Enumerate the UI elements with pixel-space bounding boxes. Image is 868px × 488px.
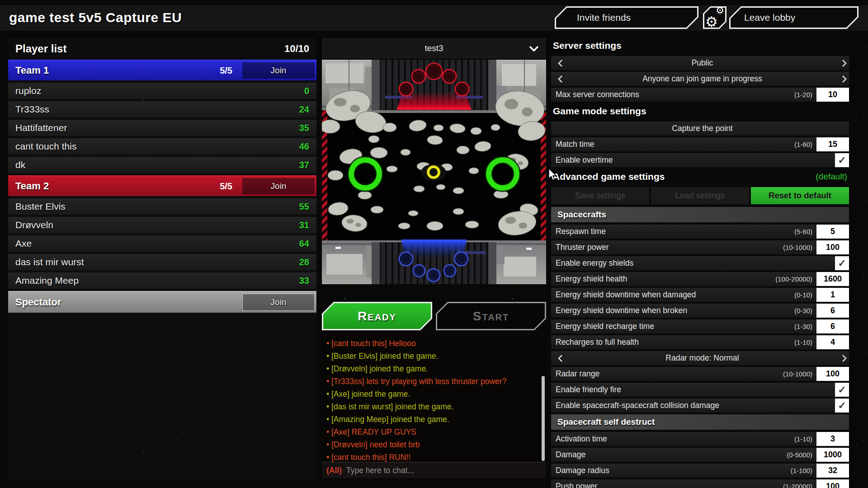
setting-label: Match time <box>556 140 794 149</box>
checkbox[interactable]: ✓ <box>835 256 849 270</box>
setting-range: (100-20000) <box>775 275 812 283</box>
setting-range: (1-20000) <box>783 483 812 488</box>
setting-range: (1-10) <box>794 435 812 443</box>
number-input[interactable]: 15 <box>816 137 849 151</box>
setting-label: Push power <box>556 482 783 488</box>
chevron-down-icon <box>529 46 539 54</box>
player-name: dk <box>15 160 299 170</box>
setting-label: Thruster power <box>556 243 783 252</box>
number-setting-row: Respawn time(5-60)5 <box>551 225 849 239</box>
save-settings-button[interactable]: Save settings <box>551 187 649 204</box>
number-setting-row: Recharges to full health(1-10)4 <box>551 335 849 349</box>
chat-input-bar: (All) <box>322 462 546 478</box>
lobby-title: game test 5v5 Capture EU <box>9 10 182 25</box>
number-input[interactable]: 10 <box>816 88 849 102</box>
chevron-left-icon[interactable] <box>556 75 565 83</box>
chat-message: • [Drøvveln] need toilet brb <box>326 438 540 451</box>
number-input[interactable]: 6 <box>816 304 849 318</box>
team1-join-button[interactable]: Join <box>242 62 315 79</box>
setting-label: Energy shield downtime when damaged <box>556 290 794 300</box>
player-list-title: Player list <box>15 42 66 55</box>
invite-friends-label: Invite friends <box>577 12 631 23</box>
player-score: 35 <box>299 123 309 133</box>
setting-range: (1-10) <box>794 338 812 346</box>
load-settings-button[interactable]: Load settings <box>651 187 749 204</box>
chevron-right-icon[interactable] <box>840 354 849 362</box>
player-row: Amazing Meep33 <box>8 272 316 289</box>
setting-range: (1-20) <box>794 91 812 99</box>
selector-row: Radar mode: Normal <box>551 351 849 365</box>
number-setting-row: Radar range(10-1000)100 <box>551 367 849 381</box>
start-button[interactable]: Start <box>436 302 546 330</box>
settings-gear-button[interactable]: ⚙⚙ <box>703 6 726 29</box>
default-badge: (default) <box>816 172 847 182</box>
team1-row: Team 1 5/5 Join <box>8 60 316 80</box>
player-name: das ist mir wurst <box>15 257 299 267</box>
number-input[interactable]: 4 <box>816 335 849 349</box>
number-input[interactable]: 32 <box>816 464 849 478</box>
number-setting-row: Energy shield recharge time(1-30)6 <box>551 319 849 333</box>
reset-to-default-button[interactable]: Reset to default <box>751 187 849 204</box>
chat-message: • [Buster Elvis] joined the game. <box>326 350 540 362</box>
player-score: 31 <box>299 220 309 230</box>
settings-section-header: Game mode settings <box>551 103 849 119</box>
map-select-value: test3 <box>425 43 443 53</box>
selector-row: Public <box>551 56 849 70</box>
number-input[interactable]: 100 <box>816 367 849 381</box>
player-row: cant touch this46 <box>8 138 316 155</box>
checkbox[interactable]: ✓ <box>835 383 849 397</box>
static-row: Capture the point <box>551 122 849 136</box>
settings-subsection-header: Spacecraft self destruct <box>551 414 849 430</box>
setting-range: (1-30) <box>794 323 812 330</box>
map-select-dropdown[interactable]: test3 <box>322 38 546 59</box>
invite-friends-button[interactable]: Invite friends <box>555 6 698 29</box>
number-input[interactable]: 1 <box>816 288 849 302</box>
selector-value: Anyone can join game in progress <box>565 74 840 84</box>
section-title: Server settings <box>553 40 622 51</box>
spectator-join-button[interactable]: Join <box>242 294 315 311</box>
chat-message: • [Tr333ss] lets try playing with less t… <box>326 375 540 388</box>
team2-join-button[interactable]: Join <box>242 178 315 194</box>
number-input[interactable]: 5 <box>816 225 849 239</box>
checkbox[interactable]: ✓ <box>835 399 849 413</box>
player-list-header: Player list 10/10 <box>8 38 316 60</box>
number-input[interactable]: 1000 <box>816 448 849 462</box>
chat-channel-label: (All) <box>326 466 342 475</box>
setting-label: Energy shield recharge time <box>556 322 794 331</box>
ready-button[interactable]: Ready <box>322 302 432 330</box>
number-input[interactable]: 6 <box>816 319 849 333</box>
player-list-panel: Player list 10/10 Team 1 5/5 Join ruploz… <box>8 38 316 480</box>
chevron-left-icon[interactable] <box>556 59 565 67</box>
checkbox[interactable]: ✓ <box>835 153 849 167</box>
leave-lobby-button[interactable]: Leave lobby <box>729 6 859 29</box>
player-score: 37 <box>299 160 309 170</box>
section-title: Advanced game settings <box>553 171 665 182</box>
player-score: 55 <box>299 202 309 212</box>
player-row: Drøvveln31 <box>8 217 316 233</box>
chevron-left-icon[interactable] <box>556 354 565 362</box>
checkbox-setting-row: Enable friendly fire✓ <box>551 383 849 397</box>
player-name: Drøvveln <box>15 220 299 230</box>
settings-section-header: Advanced game settings(default) <box>551 169 849 184</box>
number-setting-row: Damage radius(1-100)32 <box>551 464 849 478</box>
player-name: Axe <box>15 238 299 249</box>
number-input[interactable]: 3 <box>816 432 849 446</box>
player-score: 64 <box>299 239 309 249</box>
number-input[interactable]: 100 <box>816 240 849 254</box>
player-row: Hattifattener35 <box>8 120 316 136</box>
chat-input[interactable] <box>346 466 542 475</box>
team2-name: Team 2 <box>15 180 220 192</box>
gear-icon: ⚙⚙ <box>707 9 722 26</box>
checkbox-setting-row: Enable overtime✓ <box>551 153 849 167</box>
chat-scrollbar[interactable] <box>542 376 545 461</box>
player-score: 33 <box>299 276 309 286</box>
chevron-right-icon[interactable] <box>840 59 849 67</box>
setting-label: Energy shield health <box>556 274 775 284</box>
player-name: Buster Elvis <box>15 201 299 212</box>
setting-range: (10-1000) <box>783 244 812 251</box>
chevron-right-icon[interactable] <box>840 75 849 83</box>
team2-count: 5/5 <box>220 181 232 192</box>
number-input[interactable]: 100 <box>816 479 849 488</box>
number-input[interactable]: 1600 <box>816 272 849 286</box>
chat-message: • [das ist mir wurst] joined the game. <box>326 400 540 413</box>
